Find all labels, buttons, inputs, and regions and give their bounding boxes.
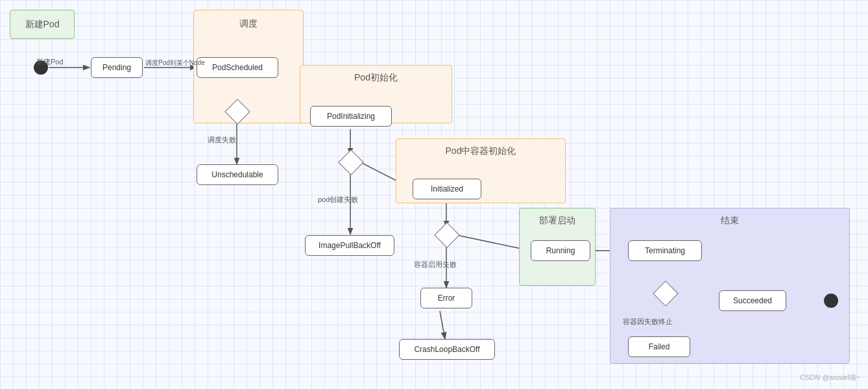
arrow-label-pod-create-fail: pod创建失败	[318, 195, 358, 205]
end-circle	[824, 294, 838, 308]
state-podscheduled: PodScheduled	[197, 57, 278, 78]
arrow-label-schedule: 调度Pod到某个Node	[145, 58, 205, 68]
region-xinjianjian: 新建Pod	[10, 10, 75, 39]
region-container-init-label: Pod中容器初始化	[396, 145, 565, 157]
state-imagepullbackoff: ImagePullBackOff	[305, 235, 394, 256]
arrow-label-container-stop: 容器因失败终止	[623, 317, 673, 327]
region-pod-init-label: Pod初始化	[300, 72, 452, 84]
arrow-label-newpod: 新建Pod	[36, 57, 64, 67]
state-pending: Pending	[91, 57, 143, 78]
state-terminating: Terminating	[628, 240, 702, 261]
arrow-label-container-fail: 容器启用失败	[414, 260, 457, 270]
region-end-label: 结束	[610, 215, 849, 227]
diamond-init	[338, 149, 364, 175]
state-error: Error	[420, 288, 472, 308]
svg-line-12	[440, 311, 445, 339]
state-running: Running	[531, 240, 590, 261]
region-deploy-label: 部署启动	[520, 215, 595, 227]
state-unschedulable: Unschedulable	[197, 164, 278, 185]
arrow-label-schedule-fail: 调度失败	[208, 135, 236, 145]
region-xinjianjian-label: 新建Pod	[10, 19, 74, 31]
region-diaodu-label: 调度	[194, 18, 303, 30]
state-initialized: Initialized	[413, 179, 481, 199]
state-crashloopbackoff: CrashLoopBackOff	[399, 339, 495, 360]
watermark: CSDN @sissiel喵~	[800, 373, 860, 383]
diagram-canvas: 新建Pod 调度 Pod初始化 Pod中容器初始化 部署启动 结束 Pendin…	[0, 0, 868, 389]
state-podinitializing: PodInitializing	[310, 106, 392, 127]
state-succeeded: Succeeded	[719, 290, 786, 311]
state-failed: Failed	[628, 336, 690, 357]
diamond-container	[434, 222, 460, 248]
